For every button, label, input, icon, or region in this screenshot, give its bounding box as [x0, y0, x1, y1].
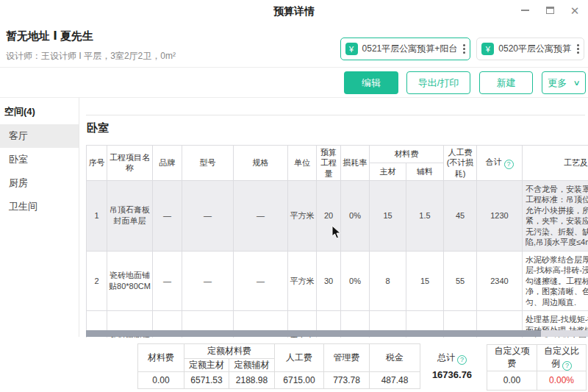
cell-labor: 55 — [444, 251, 477, 311]
cell-loss: 0% — [341, 180, 370, 251]
yuan-icon: ¥ — [345, 43, 358, 55]
col-header-material-group: 材料费 — [370, 146, 444, 163]
chevron-down-icon: ∨ — [573, 79, 581, 87]
summary-table: 材料费 定额材料费 人工费 管理费 税金 定额主材 定额辅材 0.00 6571… — [137, 343, 420, 389]
cell-index: 2 — [87, 251, 107, 311]
summary-material-value: 0.00 — [138, 372, 184, 389]
table-row[interactable]: 1 吊顶石膏板封面单层 — — — 平方米 20 0% 15 1.5 45 12… — [87, 180, 588, 251]
minimize-icon — [521, 10, 529, 11]
project-header: 暂无地址 Ⅰ 夏先生 设计师：王设计师 Ⅰ 平层，3室2厅2卫，0m² ¥ 05… — [0, 22, 588, 68]
cell-material-aux: 1.5 — [406, 180, 444, 251]
help-icon[interactable]: ? — [504, 160, 514, 169]
col-header-unit: 单位 — [288, 146, 317, 181]
col-header-loss: 损耗率 — [341, 146, 370, 181]
cell-note: 水泥砂浆结合层厚度2-层-找标高-排砖-浸砖-铺勾缝擦缝。工程标准：净，图案清晰… — [523, 251, 588, 311]
help-icon[interactable]: ? — [457, 355, 467, 365]
grand-total: 总计? 16736.76 — [420, 343, 484, 388]
summary-mgmt-label: 管理费 — [324, 344, 370, 372]
cell-brand: — — [153, 180, 182, 251]
custom-ratio-label: 自定义比例? — [537, 345, 587, 371]
summary-mgmt-value: 773.78 — [324, 372, 370, 389]
col-header-material-aux: 辅料 — [406, 163, 444, 180]
mouse-cursor — [331, 225, 341, 239]
budget-tabs: ¥ 0521平层公寓预算+阳台 ¥ 0520平层公寓预算 — [340, 38, 584, 60]
custom-fee-value: 0.00 — [487, 371, 537, 390]
cell-note: 不含龙骨，安装罩面板工程标准：吊顶位置应允许小块拼接，所有接紧，夹牢，安装应牢固… — [523, 180, 588, 251]
custom-ratio-value: 0.00% — [537, 371, 587, 390]
sidebar-item-bathroom[interactable]: 卫生间 — [0, 195, 79, 218]
close-button[interactable]: ✕ — [567, 3, 582, 18]
col-header-note: 工艺及材料说明 — [523, 146, 588, 181]
sidebar-item-living-room[interactable]: 客厅 — [0, 124, 79, 148]
cell-model: — — [182, 180, 234, 251]
col-header-labor: 人工费(不计损耗) — [444, 146, 477, 181]
more-options-icon[interactable] — [576, 44, 581, 54]
col-header-index: 序号 — [87, 146, 107, 181]
horizontal-scrollbar[interactable] — [86, 330, 588, 337]
summary-labor-label: 人工费 — [275, 344, 324, 372]
sidebar-title: 空间(4) — [0, 98, 79, 124]
summary-labor-value: 6715.00 — [275, 372, 324, 389]
sidebar-item-kitchen[interactable]: 厨房 — [0, 171, 79, 195]
cell-model: — — [182, 251, 234, 311]
divider — [86, 115, 585, 115]
scrollbar-thumb[interactable] — [86, 330, 541, 337]
summary-material-label: 材料费 — [138, 344, 184, 372]
close-icon: ✕ — [570, 5, 580, 16]
col-header-spec: 规格 — [234, 146, 288, 181]
yuan-icon: ¥ — [481, 43, 494, 55]
col-header-total-label: 合计 — [486, 157, 502, 166]
window-titlebar: 预算详情 ✕ — [0, 0, 588, 22]
cell-index: 1 — [87, 180, 107, 251]
cell-quantity: 30 — [317, 251, 341, 311]
client-name: 暂无地址 Ⅰ 夏先生 — [6, 29, 93, 43]
cell-unit: 平方米 — [288, 251, 317, 311]
table-row[interactable]: 2 瓷砖地面铺贴80*80CM — — — 平方米 30 0% 8 15 55 … — [87, 251, 588, 311]
col-header-name: 工程项目名称 — [107, 146, 153, 181]
cell-spec: — — [234, 251, 288, 311]
more-button-label: 更多 — [548, 76, 567, 90]
summary-quota-group-label: 定额材料费 — [184, 344, 275, 359]
help-icon[interactable]: ? — [562, 361, 572, 371]
custom-fee-table: 自定义项费 自定义比例? 0.00 0.00% — [487, 344, 587, 391]
summary-quota-main-label: 定额主材 — [184, 359, 229, 372]
summary-quota-aux-value: 2188.98 — [229, 372, 275, 389]
cell-total: 1230 — [477, 180, 523, 251]
cell-total: 2340 — [477, 251, 523, 311]
cell-spec: — — [234, 180, 288, 251]
section-title: 卧室 — [87, 121, 109, 135]
budget-tab-0520[interactable]: ¥ 0520平层公寓预算 — [476, 38, 584, 60]
summary-quota-main-value: 6571.53 — [184, 372, 229, 389]
col-header-brand: 品牌 — [153, 146, 182, 181]
budget-table: 序号 工程项目名称 品牌 型号 规格 单位 预算工程量 损耗率 材料费 人工费(… — [86, 145, 588, 338]
col-header-total: 合计? — [477, 146, 523, 181]
col-header-material-main: 主材 — [370, 163, 406, 180]
budget-table-panel: 卧室 序号 工程项目名称 品牌 型号 规格 单位 预算工程量 损耗率 材料费 人… — [86, 98, 588, 338]
more-button[interactable]: 更多 ∨ — [542, 71, 586, 94]
summary-tax-value: 487.48 — [370, 372, 420, 389]
window-title: 预算详情 — [0, 5, 588, 18]
cell-name: 吊顶石膏板封面单层 — [107, 180, 153, 251]
maximize-button[interactable] — [542, 3, 557, 18]
budget-tab-0521[interactable]: ¥ 0521平层公寓预算+阳台 — [340, 38, 471, 60]
cell-brand: — — [153, 251, 182, 311]
cell-labor: 45 — [444, 180, 477, 251]
export-print-button[interactable]: 导出/打印 — [406, 71, 470, 94]
grand-total-value: 16736.76 — [420, 369, 484, 380]
sidebar-item-bedroom[interactable]: 卧室 — [0, 148, 79, 171]
summary-tax-label: 税金 — [370, 344, 420, 372]
minimize-button[interactable] — [517, 3, 532, 18]
project-subtitle: 设计师：王设计师 Ⅰ 平层，3室2厅2卫，0m² — [6, 50, 176, 63]
custom-fee-label: 自定义项费 — [487, 345, 537, 371]
cell-name: 瓷砖地面铺贴80*80CM — [107, 251, 153, 311]
budget-tab-label: 0521平层公寓预算+阳台 — [362, 43, 458, 55]
create-button[interactable]: 新建 — [479, 71, 533, 94]
window-controls: ✕ — [517, 3, 582, 18]
cell-material-main: 8 — [370, 251, 406, 311]
more-options-icon[interactable] — [462, 44, 467, 54]
maximize-icon — [546, 7, 554, 14]
col-header-quantity: 预算工程量 — [317, 146, 341, 181]
space-sidebar: 空间(4) 客厅 卧室 厨房 卫生间 — [0, 98, 79, 337]
edit-button[interactable]: 编辑 — [344, 71, 398, 94]
cell-loss: 0% — [341, 251, 370, 311]
